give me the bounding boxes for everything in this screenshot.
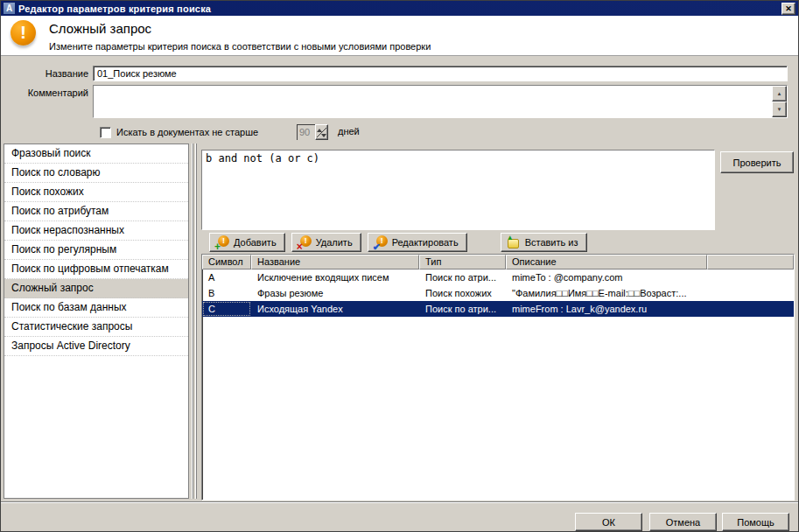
sidebar-item[interactable]: Фразовый поиск (4, 144, 188, 164)
sidebar-item[interactable]: Поиск по базам данных (4, 298, 188, 318)
age-row: Искать в документах не старше дней (100, 124, 258, 140)
column-header-filler (707, 255, 794, 270)
cell-description: mimeFrom : Lavr_k@yandex.ru (506, 301, 707, 317)
cell-symbol: B (202, 285, 251, 301)
table-header: СимволНазваниеТипОписание (202, 255, 794, 270)
sidebar-item[interactable]: Поиск нераспознанных (4, 221, 188, 241)
window-title: Редактор параметров критерия поиска (18, 4, 211, 14)
cell-type: Поиск по атри... (419, 270, 506, 285)
edit-button[interactable]: !✔ Редактировать (368, 233, 467, 252)
dialog-window: A Редактор параметров критерия поиска ✕ … (0, 0, 799, 532)
warning-icon: ! (11, 20, 36, 46)
edit-criterion-icon: !✔ (374, 235, 388, 249)
paste-from-button[interactable]: ▲ Вставить из (501, 233, 587, 252)
cell-name: Исключение входящих писем (251, 270, 419, 285)
name-input[interactable] (93, 66, 788, 81)
age-checkbox-label: Искать в документах не старше (116, 127, 258, 137)
table-row[interactable]: CИсходящая YandexПоиск по атри...mimeFro… (202, 301, 794, 317)
delete-button-label: Удалить (316, 237, 353, 248)
cell-symbol: C (202, 301, 251, 317)
column-header[interactable]: Описание (506, 255, 707, 270)
cell-description: mimeTo : @company.com (506, 270, 707, 285)
comment-label: Комментарий (1, 88, 88, 98)
header-banner: ! Сложный запрос Измените параметры крит… (1, 16, 798, 56)
column-header[interactable]: Символ (202, 255, 251, 270)
splitter-handle[interactable] (192, 144, 199, 499)
page-subtitle: Измените параметры критерия поиска в соо… (49, 41, 431, 52)
footer-bar: ОК Отмена Помощь (1, 501, 798, 532)
column-header[interactable]: Тип (419, 255, 506, 270)
query-box: b and not (a or c) (201, 150, 715, 230)
age-input[interactable] (297, 124, 315, 140)
add-button[interactable]: !+ Добавить (209, 233, 285, 252)
sidebar-item[interactable]: Поиск по словарю (4, 164, 188, 183)
cell-description: "Фамилия□□Имя□□E-mail:□□Возраст:... (506, 285, 707, 301)
scroll-up-icon[interactable]: ▲ (772, 86, 787, 102)
page-title: Сложный запрос (49, 21, 151, 36)
cell-name: Исходящая Yandex (251, 301, 419, 317)
sidebar-item[interactable]: Поиск похожих (4, 183, 188, 202)
sidebar-item[interactable]: Поиск по атрибутам (4, 202, 188, 221)
help-button[interactable]: Помощь (722, 513, 789, 531)
table-row[interactable]: BФразы резюмеПоиск похожих"Фамилия□□Имя□… (202, 285, 794, 301)
name-label: Название (1, 68, 88, 79)
criteria-table: СимволНазваниеТипОписание AИсключение вх… (201, 254, 795, 500)
titlebar[interactable]: A Редактор параметров критерия поиска ✕ (1, 1, 798, 16)
comment-field: ▲ ▼ (93, 85, 788, 118)
add-button-label: Добавить (234, 237, 277, 248)
paste-from-icon: ▲ (507, 235, 521, 249)
sidebar-item[interactable]: Статистические запросы (4, 318, 188, 337)
table-row[interactable]: AИсключение входящих писемПоиск по атри.… (202, 270, 794, 285)
comment-input[interactable] (94, 86, 772, 117)
cell-name: Фразы резюме (251, 285, 419, 301)
criteria-toolbar: !+ Добавить !× Удалить !✔ Редактировать … (209, 233, 587, 252)
ok-button[interactable]: ОК (575, 513, 642, 531)
sidebar-item[interactable]: Запросы Active Directory (4, 337, 188, 356)
table-body: AИсключение входящих писемПоиск по атри.… (202, 270, 794, 317)
close-icon[interactable]: ✕ (781, 3, 795, 15)
delete-criterion-icon: !× (298, 235, 312, 249)
delete-button[interactable]: !× Удалить (291, 233, 361, 252)
sidebar-item[interactable]: Сложный запрос (4, 279, 188, 298)
cancel-button[interactable]: Отмена (649, 513, 717, 531)
scroll-down-icon[interactable]: ▼ (772, 102, 787, 117)
age-spinner (297, 124, 330, 140)
spin-updown-icon[interactable] (315, 124, 328, 140)
days-label: дней (338, 126, 360, 136)
check-query-button[interactable]: Проверить (720, 151, 794, 173)
sidebar-item[interactable]: Поиск по цифровым отпечаткам (4, 260, 188, 279)
paste-from-button-label: Вставить из (525, 237, 578, 248)
add-criterion-icon: !+ (215, 235, 229, 249)
sidebar-list: Фразовый поискПоиск по словарюПоиск похо… (4, 144, 189, 499)
query-input[interactable]: b and not (a or c) (202, 150, 714, 229)
cell-type: Поиск по атри... (419, 301, 506, 317)
main-area: Фразовый поискПоиск по словарюПоиск похо… (1, 141, 798, 501)
cell-type: Поиск похожих (419, 285, 506, 301)
app-icon: A (4, 3, 15, 14)
sidebar-item[interactable]: Поиск по регулярным (4, 241, 188, 260)
age-checkbox[interactable] (100, 127, 111, 138)
comment-scrollbar: ▲ ▼ (772, 86, 787, 117)
edit-button-label: Редактировать (392, 237, 459, 248)
cell-symbol: A (202, 270, 251, 285)
form-area: Название Комментарий ▲ ▼ Искать в докуме… (1, 56, 798, 141)
column-header[interactable]: Название (251, 255, 419, 270)
